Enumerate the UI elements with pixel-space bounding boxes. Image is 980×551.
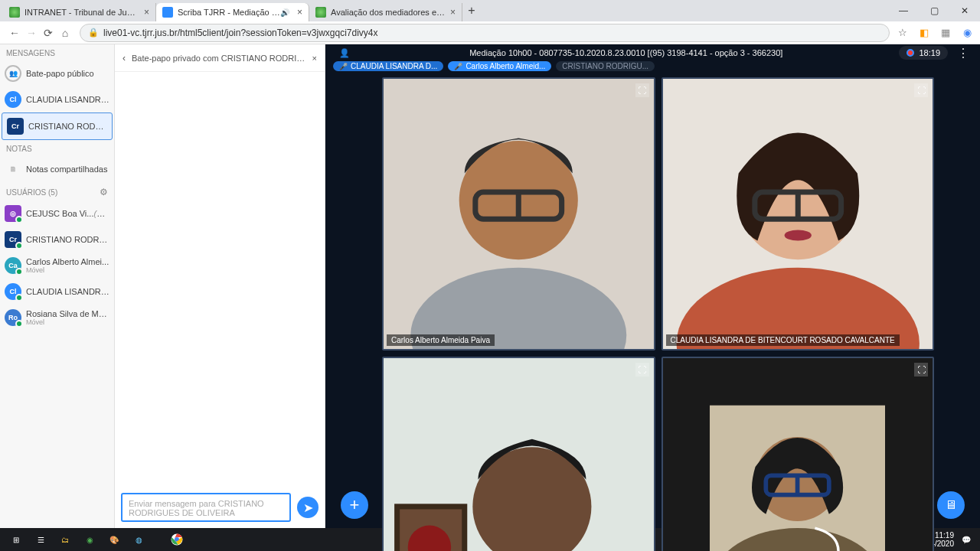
- home-button[interactable]: ⌂: [57, 27, 74, 39]
- mic-icon: 🎤: [454, 63, 462, 70]
- avatar: Ro: [5, 309, 21, 326]
- avatar: Cr: [5, 231, 21, 248]
- webcam-placeholder: [710, 358, 885, 552]
- video-tile[interactable]: ⛶ CLAUDIA LISANDRA DE BITENCOURT ROSADO …: [662, 77, 935, 350]
- avatar: Cl: [5, 91, 21, 108]
- browser-tab[interactable]: Avaliação dos mediadores e con ×: [309, 3, 462, 21]
- tile-name-label: CLAUDIA LISANDRA DE BITENCOURT ROSADO CA…: [666, 334, 900, 346]
- meeting-title: Mediação 10h00 - 0807735-10.2020.8.23.00…: [353, 48, 899, 57]
- section-header-messages: MENSAGENS: [0, 44, 114, 60]
- user-item-self[interactable]: ◎ CEJUSC Boa Vi...(Você): [0, 201, 114, 227]
- star-icon[interactable]: ☆: [896, 26, 910, 40]
- file-explorer-icon[interactable]: 🗂: [54, 530, 77, 549]
- messages-panel: MENSAGENS 👥 Bate-papo público Cl CLAUDIA…: [0, 44, 115, 528]
- tab-title: Scriba TJRR - Mediação 10h0: [178, 8, 280, 17]
- app-icon[interactable]: ◉: [78, 530, 101, 549]
- talking-pill: 🎤Carlos Alberto Almeid...: [448, 61, 551, 71]
- back-button[interactable]: ←: [6, 27, 23, 39]
- start-button[interactable]: ⊞: [5, 530, 28, 549]
- section-header-notes: NOTAS: [0, 140, 114, 156]
- more-options-button[interactable]: ⋮: [957, 46, 969, 60]
- window-maximize-button[interactable]: ▢: [919, 5, 949, 16]
- private-chat-item-active[interactable]: Cr CRISTIANO RODRIGU...: [2, 112, 113, 140]
- app-icon[interactable]: 🎨: [103, 530, 126, 549]
- window-close-button[interactable]: ✕: [949, 5, 980, 16]
- chat-messages-area: [115, 72, 325, 487]
- user-icon[interactable]: 👤: [336, 44, 353, 61]
- chat-icon: 👥: [5, 65, 21, 82]
- talking-pill: 🎤CLAUDIA LISANDRA D...: [333, 61, 443, 71]
- user-item[interactable]: Ro Rosiana Silva de Mat... Móvel: [0, 305, 114, 331]
- screen-share-button[interactable]: 🖥: [937, 491, 965, 519]
- avatar: ◎: [5, 205, 21, 222]
- expand-icon[interactable]: ⛶: [914, 363, 928, 377]
- chevron-left-icon[interactable]: ‹: [122, 53, 126, 64]
- talking-indicator-row: 🎤CLAUDIA LISANDRA D... 🎤Carlos Alberto A…: [325, 61, 980, 71]
- avatar: Cr: [7, 118, 24, 135]
- video-tile[interactable]: ⛶ CRISTIANO RODRIGUES DE OLIVEIRA: [382, 357, 655, 552]
- browser-tab-active[interactable]: Scriba TJRR - Mediação 10h0 🔊 ×: [156, 3, 309, 21]
- actions-button[interactable]: +: [341, 491, 368, 519]
- video-tile[interactable]: ⛶ Carlos Alberto Almeida Paiva: [382, 77, 655, 350]
- record-dot-icon: [906, 49, 914, 57]
- tile-name-label: Carlos Alberto Almeida Paiva: [387, 334, 495, 346]
- expand-icon[interactable]: ⛶: [635, 363, 649, 377]
- user-item[interactable]: Cr CRISTIANO RODRIG...: [0, 227, 114, 253]
- favicon: [9, 7, 20, 18]
- record-time: 18:19: [919, 48, 940, 57]
- expand-icon[interactable]: ⛶: [635, 83, 649, 97]
- close-icon[interactable]: ×: [312, 54, 317, 63]
- message-input[interactable]: Enviar mensagem para CRISTIANO RODRIGUES…: [121, 493, 291, 522]
- extension-icon[interactable]: ◧: [917, 26, 931, 40]
- video-tile[interactable]: ⛶ Rosiana Silva de Matura: [662, 357, 935, 552]
- video-area: 👤 Mediação 10h00 - 0807735-10.2020.8.23.…: [325, 44, 980, 528]
- user-item[interactable]: Ca Carlos Alberto Almei... Móvel: [0, 253, 114, 279]
- lock-icon: 🔒: [88, 28, 99, 37]
- webcam-placeholder: [384, 79, 654, 349]
- browser-toolbar: ← → ⟳ ⌂ 🔒 live01-vc.tjrr.jus.br/html5cli…: [0, 21, 980, 44]
- send-button[interactable]: ➤: [297, 497, 318, 518]
- expand-icon[interactable]: ⛶: [914, 83, 928, 97]
- close-icon[interactable]: ×: [297, 7, 302, 18]
- shared-notes-item[interactable]: 🗎 Notas compartilhadas: [0, 156, 114, 182]
- new-tab-button[interactable]: +: [462, 4, 481, 18]
- tab-title: INTRANET - Tribunal de Justiça d: [24, 8, 139, 17]
- window-minimize-button[interactable]: —: [888, 5, 919, 16]
- mic-icon: 🎤: [339, 63, 348, 70]
- gear-icon[interactable]: ⚙: [100, 187, 108, 197]
- task-view-button[interactable]: ☰: [29, 530, 52, 549]
- svg-point-10: [784, 230, 811, 240]
- notes-icon: 🗎: [5, 161, 21, 178]
- avatar: Ca: [5, 257, 21, 274]
- webcam-placeholder: [384, 358, 654, 552]
- private-chat-item[interactable]: Cl CLAUDIA LISANDRA ...: [0, 86, 114, 112]
- chrome-icon[interactable]: [165, 530, 188, 549]
- talking-pill-muted: CRISTIANO RODRIGU...: [556, 61, 655, 71]
- chat-header-title: Bate-papo privado com CRISTIANO RODRIGUE…: [132, 54, 306, 63]
- avatar: Cl: [5, 283, 21, 300]
- close-icon[interactable]: ×: [450, 7, 456, 18]
- profile-icon[interactable]: ◉: [960, 26, 974, 40]
- favicon: [162, 7, 173, 18]
- section-header-users: USUÁRIOS (5) ⚙: [0, 182, 114, 201]
- favicon: [315, 7, 326, 18]
- user-item[interactable]: Cl CLAUDIA LISANDRA ...: [0, 279, 114, 305]
- private-chat-panel: ‹ Bate-papo privado com CRISTIANO RODRIG…: [115, 44, 325, 528]
- audio-icon: 🔊: [280, 8, 289, 17]
- url-text: live01-vc.tjrr.jus.br/html5client/join?s…: [103, 28, 378, 38]
- browser-tab[interactable]: INTRANET - Tribunal de Justiça d ×: [3, 3, 156, 21]
- reload-button[interactable]: ⟳: [40, 27, 57, 39]
- app-icon[interactable]: ◍: [127, 530, 150, 549]
- extension-icon[interactable]: ▦: [939, 26, 952, 40]
- address-bar[interactable]: 🔒 live01-vc.tjrr.jus.br/html5client/join…: [80, 24, 890, 42]
- browser-tab-strip: INTRANET - Tribunal de Justiça d × Scrib…: [0, 0, 980, 21]
- forward-button[interactable]: →: [23, 27, 40, 39]
- close-icon[interactable]: ×: [144, 7, 149, 18]
- tab-title: Avaliação dos mediadores e con: [331, 8, 446, 17]
- record-indicator[interactable]: 18:19: [899, 46, 948, 60]
- webcam-placeholder: [663, 79, 933, 349]
- public-chat-item[interactable]: 👥 Bate-papo público: [0, 60, 114, 86]
